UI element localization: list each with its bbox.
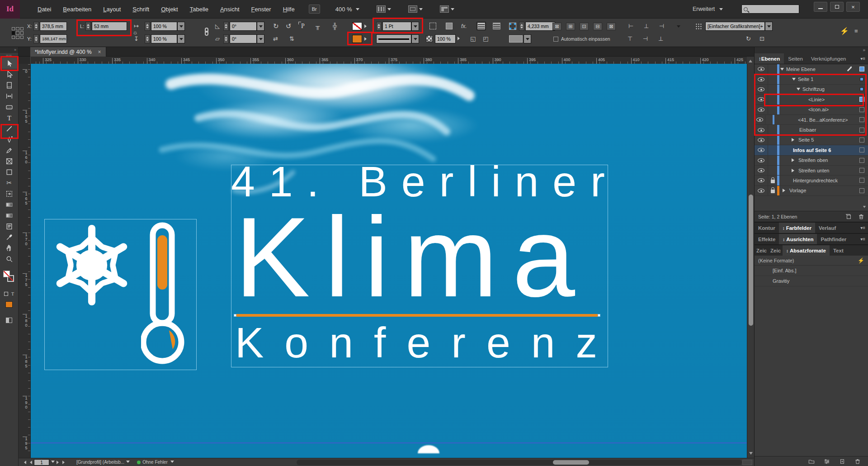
direct-selection-tool[interactable] bbox=[0, 69, 18, 80]
pen-tool[interactable] bbox=[0, 134, 18, 145]
tab-kontur[interactable]: Kontur bbox=[755, 223, 779, 233]
gap-tool[interactable] bbox=[0, 90, 18, 101]
shear-dropdown[interactable] bbox=[257, 34, 264, 43]
tab-seiten[interactable]: Seiten bbox=[784, 53, 807, 64]
selection-square[interactable] bbox=[859, 67, 864, 71]
expand-arrow-icon[interactable] bbox=[780, 68, 784, 72]
ruler-corner[interactable] bbox=[19, 57, 31, 64]
text-wrap-bounding-icon[interactable] bbox=[493, 23, 500, 29]
constrain-scale-link-icon[interactable] bbox=[203, 28, 210, 38]
horizontal-ruler[interactable]: 3253303353403453503553603653703753803853… bbox=[31, 57, 747, 64]
paragraph-style-item[interactable]: Gravitiy bbox=[755, 276, 868, 286]
vertical-scrollbar[interactable] bbox=[747, 64, 754, 458]
layer-row[interactable]: Hintergrundrechteck bbox=[755, 176, 868, 185]
visibility-toggle[interactable] bbox=[755, 186, 768, 195]
margin-guide-line[interactable] bbox=[31, 442, 747, 443]
stroke-style-dropdown[interactable] bbox=[411, 34, 419, 43]
panel-menu-icon[interactable]: ▾≡ bbox=[860, 53, 868, 64]
rotation-dropdown[interactable] bbox=[257, 22, 264, 31]
layer-name[interactable]: Seite 5 bbox=[798, 137, 814, 143]
x-stepper[interactable] bbox=[33, 22, 39, 31]
fit-content-icon[interactable]: ⊞ bbox=[566, 23, 575, 30]
tab-absatzformate[interactable]: ↕Absatzformate bbox=[783, 245, 830, 256]
layer-row[interactable]: Seite 1 bbox=[755, 74, 868, 84]
hierarchy-icon[interactable]: ╥ bbox=[316, 22, 320, 31]
scale-y-stepper[interactable] bbox=[145, 34, 150, 43]
menu-item[interactable]: Hilfe bbox=[277, 0, 301, 19]
lock-toggle[interactable] bbox=[768, 67, 777, 72]
stroke-swatch-orange[interactable] bbox=[352, 35, 362, 43]
layer-name[interactable]: Streifen unten bbox=[798, 168, 830, 173]
sliders-icon[interactable] bbox=[824, 458, 830, 465]
close-button[interactable]: × bbox=[846, 2, 860, 12]
fill-swatch-arrow[interactable] bbox=[363, 22, 369, 30]
expand-arrow-icon[interactable] bbox=[792, 158, 796, 162]
frame-tool[interactable] bbox=[0, 156, 18, 166]
selection-square[interactable] bbox=[859, 138, 864, 143]
menu-item[interactable]: Objekt bbox=[155, 0, 184, 19]
layer-row[interactable]: Infos auf Seite 6 bbox=[755, 145, 868, 155]
visibility-toggle[interactable] bbox=[755, 145, 768, 155]
tab-farbfelder[interactable]: ↕Farbfelder bbox=[779, 223, 815, 233]
selection-square[interactable] bbox=[859, 117, 864, 122]
vertical-scroll-thumb[interactable] bbox=[749, 195, 753, 326]
panel-menu-icon[interactable]: ▾≡ bbox=[860, 223, 868, 233]
horizontal-scrollbar[interactable] bbox=[297, 460, 742, 465]
headline-line2[interactable]: Klima bbox=[235, 192, 590, 322]
effects-fx-icon[interactable]: fx. bbox=[461, 22, 467, 31]
fit-proportional-icon[interactable]: ⊟ bbox=[593, 23, 602, 30]
next-page-icon[interactable] bbox=[57, 461, 61, 464]
resize-grip[interactable] bbox=[742, 460, 752, 465]
stroke-weight-dropdown[interactable] bbox=[411, 22, 419, 31]
stroke-weight-field[interactable]: 1 Pt bbox=[382, 22, 411, 31]
selection-square[interactable] bbox=[859, 128, 864, 133]
layer-name[interactable]: <41. Be...aKonferenz> bbox=[798, 117, 848, 123]
new-layer-icon[interactable] bbox=[845, 214, 852, 220]
scissors-tool[interactable]: ✂ bbox=[0, 177, 18, 188]
formatting-container-icon[interactable] bbox=[4, 292, 8, 296]
layer-name[interactable]: Vorlage bbox=[789, 188, 806, 193]
text-wrap-none-icon[interactable] bbox=[477, 23, 485, 29]
tab-verlauf[interactable]: Verlauf bbox=[815, 223, 840, 233]
restore-button[interactable] bbox=[830, 2, 844, 12]
layer-row[interactable]: <Icon.ai> bbox=[755, 105, 868, 115]
scroll-arrow-icon[interactable] bbox=[863, 206, 866, 209]
hand-tool[interactable] bbox=[0, 243, 18, 253]
selected-orange-line[interactable] bbox=[235, 314, 599, 317]
layer-row[interactable]: Vorlage bbox=[755, 186, 868, 196]
lock-toggle[interactable] bbox=[768, 178, 777, 183]
tab-text[interactable]: Text bbox=[830, 245, 847, 256]
layer-row[interactable]: <Linie> bbox=[755, 95, 868, 105]
center-content-icon[interactable]: ⊡ bbox=[580, 23, 589, 30]
zoom-level-dropdown[interactable]: 400 % bbox=[335, 6, 359, 13]
length-stepper[interactable] bbox=[85, 22, 91, 31]
object-style-field[interactable]: [Einfacher Grafikrahmen]+ bbox=[705, 22, 765, 31]
lock-toggle[interactable] bbox=[768, 157, 777, 163]
y-stepper[interactable] bbox=[33, 34, 39, 43]
shear-field[interactable]: 0° bbox=[230, 34, 257, 43]
object-style-dropdown[interactable] bbox=[765, 22, 773, 31]
zoom-tool[interactable] bbox=[0, 253, 18, 264]
selection-square[interactable] bbox=[859, 147, 864, 152]
expand-arrow-icon[interactable] bbox=[783, 189, 787, 192]
visibility-toggle[interactable] bbox=[755, 105, 768, 114]
bridge-button[interactable]: Br bbox=[309, 5, 320, 14]
fill-proportional-icon[interactable]: ⊠ bbox=[607, 23, 616, 30]
visibility-toggle[interactable] bbox=[755, 115, 765, 124]
layer-name[interactable]: Schriftzug bbox=[802, 86, 825, 92]
panel-grip[interactable]: ══ bbox=[0, 53, 18, 58]
distribute2-icon[interactable]: ⊣ bbox=[643, 34, 648, 43]
gradient-tool[interactable] bbox=[0, 199, 18, 210]
expand-arrow-icon[interactable] bbox=[792, 169, 796, 172]
layer-name[interactable]: Meine Ebene bbox=[786, 67, 816, 72]
lock-toggle[interactable] bbox=[768, 107, 777, 112]
document-tab[interactable]: *Infoflyer.indd @ 400 % × bbox=[30, 47, 106, 57]
visibility-toggle[interactable] bbox=[755, 176, 768, 185]
tab-zeichenformate2[interactable]: Zeic bbox=[769, 245, 783, 256]
paragraph-style-item[interactable]: [Einf. Abs.] bbox=[755, 266, 868, 276]
rotation-stepper[interactable] bbox=[223, 22, 229, 31]
search-box[interactable] bbox=[741, 5, 799, 14]
scale-x-field[interactable]: 100 % bbox=[151, 22, 177, 31]
layer-row[interactable]: Schriftzug bbox=[755, 85, 868, 95]
visibility-toggle[interactable] bbox=[755, 74, 768, 84]
